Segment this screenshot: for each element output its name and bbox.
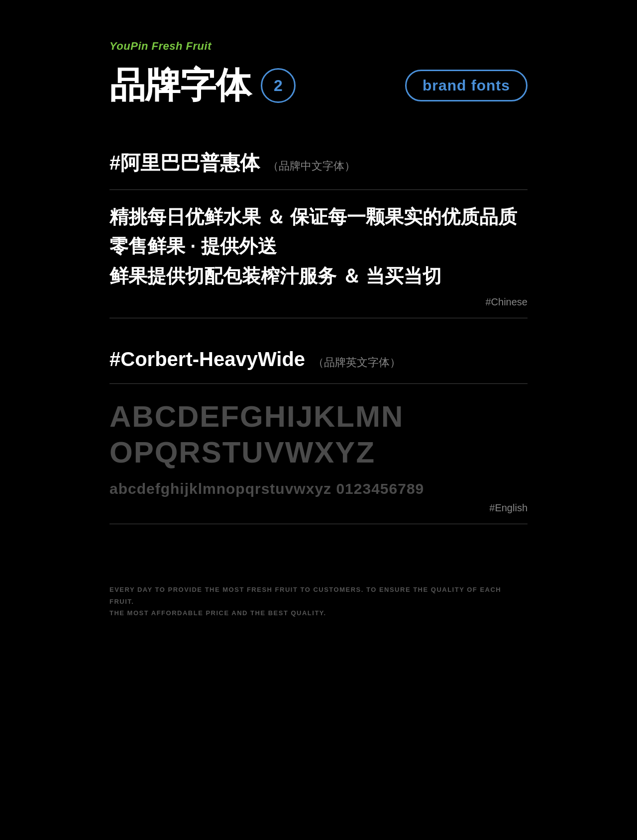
english-uppercase: ABCDEFGHIJKLMN OPQRSTUVWXYZ — [109, 399, 528, 470]
chinese-font-title: #阿里巴巴普惠体 — [109, 149, 260, 177]
badge-number: 2 — [261, 68, 296, 103]
title-left: 品牌字体 2 — [109, 62, 296, 109]
chinese-section-title-row: #阿里巴巴普惠体 （品牌中文字体） — [109, 149, 528, 180]
english-section-label: #English — [109, 502, 528, 514]
chinese-font-section: #阿里巴巴普惠体 （品牌中文字体） 精挑每日优鲜水果 ＆ 保证每一颗果实的优质品… — [109, 149, 528, 318]
chinese-sample-2: 零售鲜果 · 提供外送 — [109, 234, 528, 259]
chinese-sample-1: 精挑每日优鲜水果 ＆ 保证每一颗果实的优质品质 — [109, 205, 528, 229]
english-font-subtitle: （品牌英文字体） — [313, 355, 401, 370]
chinese-section-label: #Chinese — [109, 296, 528, 308]
divider-1 — [109, 189, 528, 190]
divider-4 — [109, 524, 528, 524]
uppercase-line-1: ABCDEFGHIJKLMN — [109, 399, 528, 435]
english-section-title-row: #Corbert-HeavyWide （品牌英文字体） — [109, 348, 528, 373]
footer-line-2: THE MOST AFFORDABLE PRICE AND THE BEST Q… — [109, 607, 528, 619]
english-font-section: #Corbert-HeavyWide （品牌英文字体） ABCDEFGHIJKL… — [109, 348, 528, 524]
header-row: 品牌字体 2 brand fonts — [109, 62, 528, 109]
brand-name: YouPin Fresh Fruit — [109, 40, 528, 53]
brand-fonts-badge: brand fonts — [405, 70, 528, 101]
chinese-font-subtitle: （品牌中文字体） — [268, 159, 355, 174]
footer: EVERY DAY TO PROVIDE THE MOST FRESH FRUI… — [109, 574, 528, 619]
divider-2 — [109, 318, 528, 318]
english-font-title: #Corbert-HeavyWide — [109, 348, 305, 371]
uppercase-line-2: OPQRSTUVWXYZ — [109, 435, 528, 470]
footer-line-1: EVERY DAY TO PROVIDE THE MOST FRESH FRUI… — [109, 584, 528, 607]
page-title: 品牌字体 — [109, 62, 251, 109]
chinese-sample-3: 鲜果提供切配包装榨汁服务 ＆ 当买当切 — [109, 264, 528, 288]
chinese-samples: 精挑每日优鲜水果 ＆ 保证每一颗果实的优质品质 零售鲜果 · 提供外送 鲜果提供… — [109, 205, 528, 288]
divider-3 — [109, 383, 528, 384]
english-lowercase: abcdefghijklmnopqrstuvwxyz 0123456789 — [109, 480, 528, 497]
